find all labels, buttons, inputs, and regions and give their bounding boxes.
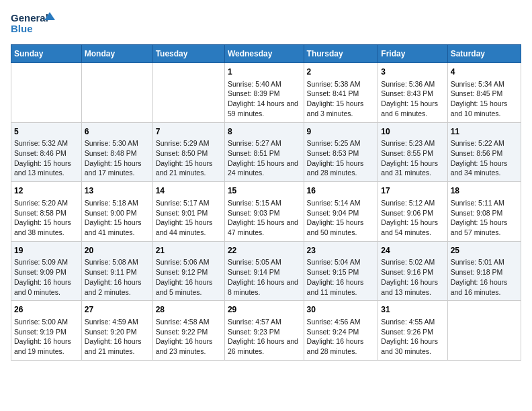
day-number: 15 — [228, 185, 301, 197]
svg-text:General: General — [11, 12, 48, 24]
calendar-cell: 26Sunrise: 5:00 AM Sunset: 9:19 PM Dayli… — [11, 301, 82, 361]
day-header-thursday: Thursday — [304, 45, 378, 63]
day-number: 25 — [451, 245, 518, 257]
day-header-friday: Friday — [378, 45, 447, 63]
day-number: 3 — [381, 66, 444, 78]
cell-daylight-info: Sunrise: 5:17 AM Sunset: 9:01 PM Dayligh… — [156, 198, 222, 238]
calendar-cell: 6Sunrise: 5:30 AM Sunset: 8:48 PM Daylig… — [81, 122, 152, 182]
calendar-cell: 3Sunrise: 5:36 AM Sunset: 8:43 PM Daylig… — [378, 63, 447, 123]
cell-daylight-info: Sunrise: 5:36 AM Sunset: 8:43 PM Dayligh… — [381, 79, 444, 119]
week-row-4: 19Sunrise: 5:09 AM Sunset: 9:09 PM Dayli… — [11, 241, 521, 301]
day-number: 10 — [381, 126, 444, 138]
day-number: 28 — [156, 304, 222, 316]
day-number: 20 — [85, 245, 150, 257]
calendar-cell: 12Sunrise: 5:20 AM Sunset: 8:58 PM Dayli… — [11, 182, 82, 242]
calendar-cell: 20Sunrise: 5:08 AM Sunset: 9:11 PM Dayli… — [81, 241, 152, 301]
cell-daylight-info: Sunrise: 5:22 AM Sunset: 8:56 PM Dayligh… — [451, 138, 518, 178]
week-row-5: 26Sunrise: 5:00 AM Sunset: 9:19 PM Dayli… — [11, 301, 521, 361]
cell-daylight-info: Sunrise: 5:15 AM Sunset: 9:03 PM Dayligh… — [228, 198, 301, 238]
cell-daylight-info: Sunrise: 5:02 AM Sunset: 9:16 PM Dayligh… — [381, 257, 444, 297]
cell-daylight-info: Sunrise: 5:25 AM Sunset: 8:53 PM Dayligh… — [307, 138, 375, 178]
day-number: 19 — [14, 245, 79, 257]
cell-daylight-info: Sunrise: 5:20 AM Sunset: 8:58 PM Dayligh… — [14, 198, 79, 238]
calendar-cell: 7Sunrise: 5:29 AM Sunset: 8:50 PM Daylig… — [152, 122, 224, 182]
cell-daylight-info: Sunrise: 5:08 AM Sunset: 9:11 PM Dayligh… — [85, 257, 150, 297]
calendar-cell: 11Sunrise: 5:22 AM Sunset: 8:56 PM Dayli… — [447, 122, 521, 182]
svg-text:Blue: Blue — [11, 23, 33, 34]
week-row-3: 12Sunrise: 5:20 AM Sunset: 8:58 PM Dayli… — [11, 182, 521, 242]
calendar-cell: 14Sunrise: 5:17 AM Sunset: 9:01 PM Dayli… — [152, 182, 224, 242]
cell-daylight-info: Sunrise: 5:12 AM Sunset: 9:06 PM Dayligh… — [381, 198, 444, 238]
cell-daylight-info: Sunrise: 5:05 AM Sunset: 9:14 PM Dayligh… — [228, 257, 301, 297]
cell-daylight-info: Sunrise: 5:01 AM Sunset: 9:18 PM Dayligh… — [451, 257, 518, 297]
calendar-cell: 24Sunrise: 5:02 AM Sunset: 9:16 PM Dayli… — [378, 241, 447, 301]
day-header-tuesday: Tuesday — [152, 45, 224, 63]
calendar-cell: 10Sunrise: 5:23 AM Sunset: 8:55 PM Dayli… — [378, 122, 447, 182]
day-number: 22 — [228, 245, 301, 257]
cell-daylight-info: Sunrise: 5:00 AM Sunset: 9:19 PM Dayligh… — [14, 317, 79, 357]
day-header-saturday: Saturday — [447, 45, 521, 63]
cell-daylight-info: Sunrise: 5:06 AM Sunset: 9:12 PM Dayligh… — [156, 257, 222, 297]
calendar-cell: 29Sunrise: 4:57 AM Sunset: 9:23 PM Dayli… — [224, 301, 304, 361]
cell-daylight-info: Sunrise: 4:56 AM Sunset: 9:24 PM Dayligh… — [307, 317, 375, 357]
day-number: 8 — [228, 126, 301, 138]
week-row-2: 5Sunrise: 5:32 AM Sunset: 8:46 PM Daylig… — [11, 122, 521, 182]
day-number: 16 — [307, 185, 375, 197]
cell-daylight-info: Sunrise: 5:32 AM Sunset: 8:46 PM Dayligh… — [14, 138, 79, 178]
cell-daylight-info: Sunrise: 5:14 AM Sunset: 9:04 PM Dayligh… — [307, 198, 375, 238]
calendar-cell: 13Sunrise: 5:18 AM Sunset: 9:00 PM Dayli… — [81, 182, 152, 242]
day-number: 18 — [451, 185, 518, 197]
day-number: 4 — [451, 66, 518, 78]
calendar-cell: 9Sunrise: 5:25 AM Sunset: 8:53 PM Daylig… — [304, 122, 378, 182]
week-row-1: 1Sunrise: 5:40 AM Sunset: 8:39 PM Daylig… — [11, 63, 521, 123]
cell-daylight-info: Sunrise: 5:11 AM Sunset: 9:08 PM Dayligh… — [451, 198, 518, 238]
calendar-cell: 25Sunrise: 5:01 AM Sunset: 9:18 PM Dayli… — [447, 241, 521, 301]
calendar-cell: 5Sunrise: 5:32 AM Sunset: 8:46 PM Daylig… — [11, 122, 82, 182]
day-header-sunday: Sunday — [11, 45, 82, 63]
calendar-cell: 30Sunrise: 4:56 AM Sunset: 9:24 PM Dayli… — [304, 301, 378, 361]
calendar-cell: 16Sunrise: 5:14 AM Sunset: 9:04 PM Dayli… — [304, 182, 378, 242]
cell-daylight-info: Sunrise: 5:30 AM Sunset: 8:48 PM Dayligh… — [85, 138, 150, 178]
day-header-wednesday: Wednesday — [224, 45, 304, 63]
cell-daylight-info: Sunrise: 5:34 AM Sunset: 8:45 PM Dayligh… — [451, 79, 518, 119]
day-number: 24 — [381, 245, 444, 257]
calendar-cell: 4Sunrise: 5:34 AM Sunset: 8:45 PM Daylig… — [447, 63, 521, 123]
day-number: 1 — [228, 66, 301, 78]
calendar-cell: 1Sunrise: 5:40 AM Sunset: 8:39 PM Daylig… — [224, 63, 304, 123]
cell-daylight-info: Sunrise: 5:27 AM Sunset: 8:51 PM Dayligh… — [228, 138, 301, 178]
calendar-cell: 19Sunrise: 5:09 AM Sunset: 9:09 PM Dayli… — [11, 241, 82, 301]
cell-daylight-info: Sunrise: 5:23 AM Sunset: 8:55 PM Dayligh… — [381, 138, 444, 178]
calendar-cell: 15Sunrise: 5:15 AM Sunset: 9:03 PM Dayli… — [224, 182, 304, 242]
day-number: 9 — [307, 126, 375, 138]
calendar-cell: 23Sunrise: 5:04 AM Sunset: 9:15 PM Dayli… — [304, 241, 378, 301]
calendar-cell — [152, 63, 224, 123]
day-number: 14 — [156, 185, 222, 197]
day-number: 7 — [156, 126, 222, 138]
day-number: 6 — [85, 126, 150, 138]
day-number: 21 — [156, 245, 222, 257]
cell-daylight-info: Sunrise: 5:40 AM Sunset: 8:39 PM Dayligh… — [228, 79, 301, 119]
cell-daylight-info: Sunrise: 5:09 AM Sunset: 9:09 PM Dayligh… — [14, 257, 79, 297]
cell-daylight-info: Sunrise: 5:18 AM Sunset: 9:00 PM Dayligh… — [85, 198, 150, 238]
day-number: 23 — [307, 245, 375, 257]
day-header-monday: Monday — [81, 45, 152, 63]
cell-daylight-info: Sunrise: 4:58 AM Sunset: 9:22 PM Dayligh… — [156, 317, 222, 357]
day-number: 27 — [85, 304, 150, 316]
calendar-cell: 31Sunrise: 4:55 AM Sunset: 9:26 PM Dayli… — [378, 301, 447, 361]
calendar-cell: 21Sunrise: 5:06 AM Sunset: 9:12 PM Dayli… — [152, 241, 224, 301]
day-number: 5 — [14, 126, 79, 138]
calendar-cell: 17Sunrise: 5:12 AM Sunset: 9:06 PM Dayli… — [378, 182, 447, 242]
day-number: 17 — [381, 185, 444, 197]
day-number: 30 — [307, 304, 375, 316]
calendar-cell — [447, 301, 521, 361]
cell-daylight-info: Sunrise: 4:57 AM Sunset: 9:23 PM Dayligh… — [228, 317, 301, 357]
day-number: 26 — [14, 304, 79, 316]
day-number: 29 — [228, 304, 301, 316]
calendar-cell: 22Sunrise: 5:05 AM Sunset: 9:14 PM Dayli… — [224, 241, 304, 301]
calendar-cell: 27Sunrise: 4:59 AM Sunset: 9:20 PM Dayli… — [81, 301, 152, 361]
day-number: 13 — [85, 185, 150, 197]
cell-daylight-info: Sunrise: 5:38 AM Sunset: 8:41 PM Dayligh… — [307, 79, 375, 119]
logo-svg: GeneralBlue — [11, 11, 58, 38]
cell-daylight-info: Sunrise: 4:59 AM Sunset: 9:20 PM Dayligh… — [85, 317, 150, 357]
cell-daylight-info: Sunrise: 5:29 AM Sunset: 8:50 PM Dayligh… — [156, 138, 222, 178]
